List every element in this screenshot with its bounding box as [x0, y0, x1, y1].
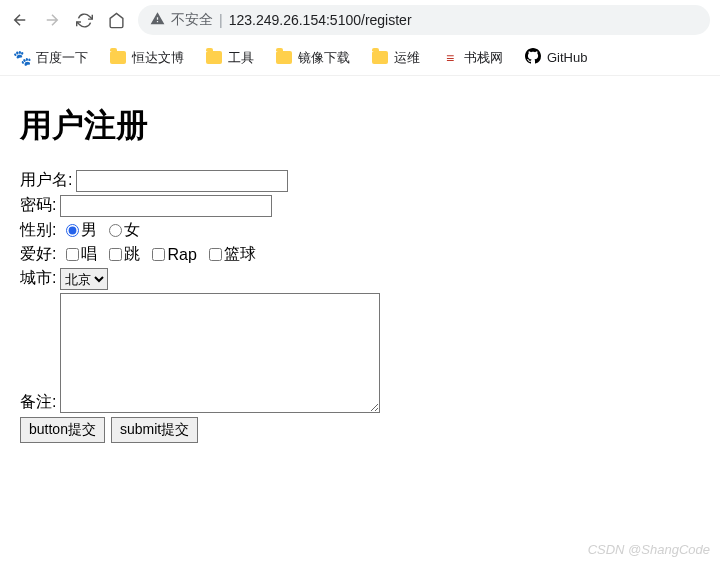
browser-toolbar: 不安全 | 123.249.26.154:5100/register: [0, 0, 720, 40]
hobby-sing-label: 唱: [81, 244, 97, 265]
folder-icon: [276, 51, 292, 64]
row-city: 城市: 北京: [20, 268, 700, 290]
separator: |: [219, 12, 223, 28]
gender-female-radio[interactable]: [109, 224, 122, 237]
gender-male-label: 男: [81, 220, 97, 241]
baidu-icon: 🐾: [14, 50, 30, 66]
row-username: 用户名:: [20, 170, 700, 192]
insecure-icon: [150, 11, 165, 30]
row-hobby: 爱好: 唱 跳 Rap 篮球: [20, 244, 700, 265]
address-bar[interactable]: 不安全 | 123.249.26.154:5100/register: [138, 5, 710, 35]
bookmark-label: GitHub: [547, 50, 587, 65]
username-input[interactable]: [76, 170, 288, 192]
remarks-textarea[interactable]: [60, 293, 380, 413]
back-icon[interactable]: [10, 10, 30, 30]
hobby-jump-label: 跳: [124, 244, 140, 265]
folder-icon: [110, 51, 126, 64]
hobby-basketball-label: 篮球: [224, 244, 256, 265]
hobby-label: 爱好:: [20, 244, 56, 265]
page-content: 用户注册 用户名: 密码: 性别: 男 女 爱好: 唱 跳 Rap 篮球 城市:…: [0, 76, 720, 460]
button-submit[interactable]: button提交: [20, 417, 105, 443]
bookmark-yunwei[interactable]: 运维: [372, 49, 420, 67]
password-label: 密码:: [20, 195, 56, 216]
forward-icon: [42, 10, 62, 30]
bookmark-label: 百度一下: [36, 49, 88, 67]
city-label: 城市:: [20, 268, 56, 289]
password-input[interactable]: [60, 195, 272, 217]
bookmark-shuzhan[interactable]: ≡书栈网: [442, 49, 503, 67]
username-label: 用户名:: [20, 170, 72, 191]
shuzhan-icon: ≡: [442, 50, 458, 66]
bookmark-label: 工具: [228, 49, 254, 67]
url-text: 123.249.26.154:5100/register: [229, 12, 412, 28]
bookmark-label: 镜像下载: [298, 49, 350, 67]
reload-icon[interactable]: [74, 10, 94, 30]
gender-male-radio[interactable]: [66, 224, 79, 237]
row-gender: 性别: 男 女: [20, 220, 700, 241]
bookmark-jingxiang[interactable]: 镜像下载: [276, 49, 350, 67]
folder-icon: [372, 51, 388, 64]
github-icon: [525, 48, 541, 67]
hobby-rap-checkbox[interactable]: [152, 248, 165, 261]
security-label: 不安全: [171, 11, 213, 29]
bookmark-gongju[interactable]: 工具: [206, 49, 254, 67]
bookmark-label: 恒达文博: [132, 49, 184, 67]
submit-submit[interactable]: submit提交: [111, 417, 198, 443]
bookmark-baidu[interactable]: 🐾百度一下: [14, 49, 88, 67]
bookmark-github[interactable]: GitHub: [525, 48, 587, 67]
row-buttons: button提交 submit提交: [20, 417, 700, 443]
hobby-jump-checkbox[interactable]: [109, 248, 122, 261]
hobby-sing-checkbox[interactable]: [66, 248, 79, 261]
row-remarks: 备注:: [20, 293, 700, 413]
hobby-rap-label: Rap: [167, 246, 196, 264]
bookmark-label: 书栈网: [464, 49, 503, 67]
bookmarks-bar: 🐾百度一下 恒达文博 工具 镜像下载 运维 ≡书栈网 GitHub: [0, 40, 720, 76]
row-password: 密码:: [20, 195, 700, 217]
hobby-basketball-checkbox[interactable]: [209, 248, 222, 261]
folder-icon: [206, 51, 222, 64]
bookmark-hengda[interactable]: 恒达文博: [110, 49, 184, 67]
bookmark-label: 运维: [394, 49, 420, 67]
gender-label: 性别:: [20, 220, 56, 241]
gender-female-label: 女: [124, 220, 140, 241]
remarks-label: 备注:: [20, 392, 56, 413]
home-icon[interactable]: [106, 10, 126, 30]
page-title: 用户注册: [20, 104, 700, 148]
city-select[interactable]: 北京: [60, 268, 108, 290]
